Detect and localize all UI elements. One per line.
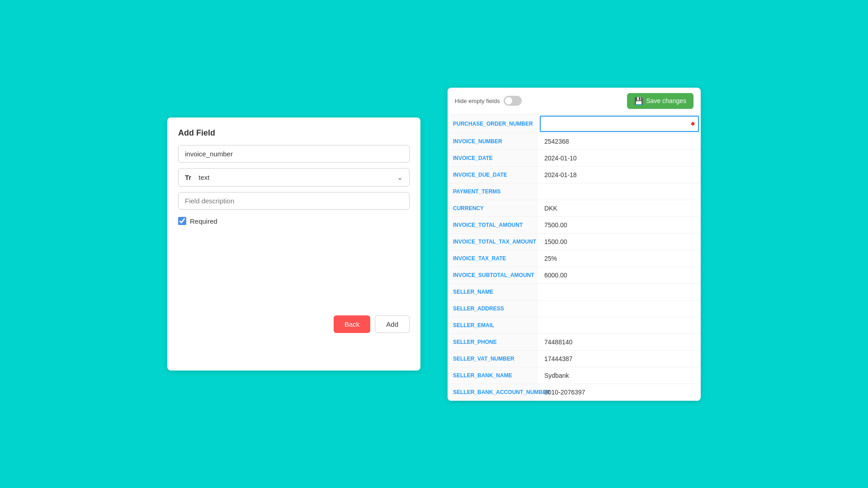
field-value-cell (538, 317, 701, 333)
hide-empty-toggle[interactable] (504, 96, 522, 106)
field-label: SELLER_BANK_ACCOUNT_NUMBER (448, 384, 538, 400)
field-value-input[interactable] (540, 335, 699, 349)
fields-table: PURCHASE_ORDER_NUMBER●INVOICE_NUMBERINVO… (448, 115, 701, 401)
field-value-input[interactable] (541, 117, 688, 131)
chevron-down-icon: ⌄ (397, 173, 403, 182)
field-label: INVOICE_TAX_RATE (448, 250, 538, 267)
table-row: SELLER_NAME (448, 284, 701, 300)
required-indicator: ● (688, 119, 698, 128)
field-label: INVOICE_TOTAL_TAX_AMOUNT (448, 234, 538, 250)
field-value-input[interactable] (540, 235, 699, 249)
toggle-slider (504, 96, 522, 106)
button-row: Back Add (178, 315, 410, 333)
field-value-cell (538, 300, 701, 317)
type-icon: Tr text (185, 174, 210, 181)
table-row: INVOICE_DUE_DATE (448, 167, 701, 183)
field-label: SELLER_BANK_NAME (448, 367, 538, 384)
save-icon: 💾 (634, 97, 643, 105)
hide-empty-row: Hide empty fields (455, 96, 522, 106)
field-value-input[interactable] (540, 285, 699, 299)
table-row: PAYMENT_TERMS (448, 183, 701, 200)
field-label: PURCHASE_ORDER_NUMBER (448, 115, 538, 133)
field-value-input[interactable] (540, 368, 699, 383)
add-button[interactable]: Add (375, 315, 410, 333)
field-label: PAYMENT_TERMS (448, 183, 538, 200)
field-label: SELLER_ADDRESS (448, 300, 538, 317)
field-value-cell (538, 217, 701, 233)
field-label: SELLER_EMAIL (448, 317, 538, 333)
field-value-input[interactable] (540, 251, 699, 266)
field-value-input[interactable] (540, 201, 699, 216)
field-value-input[interactable] (540, 318, 699, 333)
save-changes-button[interactable]: 💾 Save changes (627, 93, 693, 109)
field-label: INVOICE_NUMBER (448, 133, 538, 150)
field-label: SELLER_PHONE (448, 334, 538, 350)
field-label: INVOICE_DUE_DATE (448, 167, 538, 183)
right-panel-header: Hide empty fields 💾 Save changes (448, 88, 701, 115)
table-row: INVOICE_TAX_RATE (448, 250, 701, 267)
table-row: INVOICE_TOTAL_AMOUNT (448, 217, 701, 234)
field-label: SELLER_NAME (448, 284, 538, 300)
table-row: PURCHASE_ORDER_NUMBER● (448, 115, 701, 133)
field-value-cell: ● (538, 115, 701, 133)
field-description-input[interactable] (178, 192, 410, 210)
required-row: Required (178, 217, 410, 225)
field-value-input[interactable] (540, 352, 699, 366)
field-type-select[interactable]: Tr text ⌄ (178, 168, 410, 187)
field-value-input[interactable] (540, 184, 699, 199)
table-row: SELLER_BANK_ACCOUNT_NUMBER (448, 384, 701, 401)
field-value-input[interactable] (540, 151, 699, 165)
required-label: Required (190, 217, 217, 225)
type-label: text (198, 174, 209, 181)
field-value-cell (538, 250, 701, 267)
field-value-cell (538, 234, 701, 250)
field-name-input[interactable] (178, 145, 410, 163)
table-row: INVOICE_DATE (448, 150, 701, 167)
table-row: SELLER_VAT_NUMBER (448, 351, 701, 367)
save-label: Save changes (646, 97, 686, 104)
field-label: INVOICE_DATE (448, 150, 538, 166)
table-row: SELLER_ADDRESS (448, 300, 701, 317)
panel-title: Add Field (178, 128, 410, 138)
field-value-cell (538, 384, 701, 400)
field-value-input[interactable] (540, 268, 699, 282)
field-value-cell (538, 183, 701, 200)
field-label: CURRENCY (448, 200, 538, 216)
required-checkbox[interactable] (178, 217, 186, 225)
table-row: CURRENCY (448, 200, 701, 217)
field-label: INVOICE_SUBTOTAL_AMOUNT (448, 267, 538, 283)
field-value-cell (538, 167, 701, 183)
field-value-cell (538, 133, 701, 150)
field-value-input[interactable] (540, 385, 699, 399)
table-row: SELLER_PHONE (448, 334, 701, 351)
field-value-input[interactable] (540, 301, 699, 316)
field-value-cell (538, 334, 701, 350)
add-field-panel: Add Field Tr text ⌄ Required Back Add (167, 117, 420, 371)
field-value-cell (538, 284, 701, 300)
fields-panel: Hide empty fields 💾 Save changes PURCHAS… (448, 88, 701, 401)
field-value-cell (538, 267, 701, 283)
field-label: SELLER_VAT_NUMBER (448, 351, 538, 367)
table-row: INVOICE_SUBTOTAL_AMOUNT (448, 267, 701, 284)
hide-empty-label: Hide empty fields (455, 98, 500, 104)
field-value-cell (538, 351, 701, 367)
table-row: SELLER_EMAIL (448, 317, 701, 334)
field-label: INVOICE_TOTAL_AMOUNT (448, 217, 538, 233)
field-value-cell (538, 150, 701, 166)
table-row: SELLER_BANK_NAME (448, 367, 701, 384)
field-value-cell (538, 367, 701, 384)
field-value-input[interactable] (540, 168, 699, 182)
table-row: INVOICE_NUMBER (448, 133, 701, 150)
field-value-input[interactable] (540, 218, 699, 232)
table-row: INVOICE_TOTAL_TAX_AMOUNT (448, 234, 701, 250)
field-value-input[interactable] (540, 134, 699, 149)
back-button[interactable]: Back (334, 315, 370, 333)
field-value-cell (538, 200, 701, 216)
